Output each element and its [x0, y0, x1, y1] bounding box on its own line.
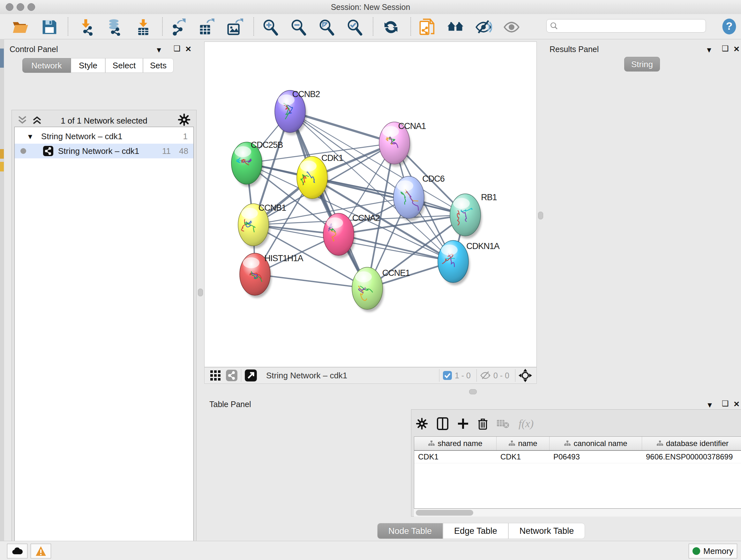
- table-panel-close-button[interactable]: ✕: [733, 400, 740, 409]
- delete-column-trash-icon[interactable]: [478, 418, 488, 430]
- show-columns-icon[interactable]: [437, 417, 448, 430]
- help-icon[interactable]: ?: [721, 18, 738, 35]
- right-splitter-handle[interactable]: [538, 212, 543, 219]
- cell[interactable]: CDK1: [414, 451, 496, 463]
- results-panel-close-button[interactable]: ✕: [733, 45, 740, 54]
- network-label: String Network – cdk1: [58, 146, 139, 156]
- hidden-eye-icon[interactable]: [480, 371, 491, 380]
- search-field[interactable]: [546, 19, 706, 33]
- node-label-CCNA1: CCNA1: [398, 121, 426, 131]
- warnings-button[interactable]: [30, 544, 51, 558]
- network-options-gear-icon[interactable]: [178, 113, 191, 126]
- network-collection-row[interactable]: ▾ String Network – cdk1 1: [15, 129, 193, 144]
- tab-node-table[interactable]: Node Table: [377, 523, 443, 539]
- import-table-file-icon[interactable]: [135, 18, 152, 36]
- tab-style[interactable]: Style: [71, 58, 105, 73]
- node-label-CDC25B: CDC25B: [251, 140, 283, 150]
- results-panel-float-button[interactable]: ❑: [722, 44, 729, 53]
- import-network-file-icon[interactable]: [78, 18, 95, 36]
- cloud-icon: [11, 547, 23, 556]
- selected-checkbox-icon[interactable]: [443, 371, 452, 380]
- edge-CCNA2-CDKN1A[interactable]: [339, 234, 453, 261]
- network-panel-body: 1 of 1 Network selected ▾ String Network…: [11, 110, 197, 560]
- tab-sets[interactable]: Sets: [143, 58, 174, 73]
- control-panel-menu-button[interactable]: ▾: [157, 45, 161, 54]
- control-panel-float-button[interactable]: ❑: [174, 44, 181, 53]
- network-graph[interactable]: CCNB2CCNA1CDC25BCDK1CDC6RB1CCNB1CCNA2CDK…: [205, 42, 536, 367]
- memory-button[interactable]: Memory: [689, 544, 737, 558]
- memory-status-dot: [692, 547, 700, 555]
- horizontal-splitter-handle[interactable]: [469, 389, 477, 394]
- node-label-HIST1H1A: HIST1H1A: [264, 253, 303, 263]
- tab-string[interactable]: String: [624, 57, 660, 71]
- main-toolbar: ?: [0, 14, 741, 39]
- zoom-in-icon[interactable]: [262, 18, 279, 36]
- node-table[interactable]: shared namenamecanonical namedatabase id…: [414, 436, 741, 509]
- delete-table-icon[interactable]: [497, 419, 510, 429]
- table-horizontal-scrollbar[interactable]: [414, 509, 741, 516]
- cell[interactable]: 9606.ENSP00000378699: [642, 451, 741, 463]
- toolbar-separator: [476, 369, 477, 382]
- node-label-CDK1: CDK1: [321, 153, 343, 163]
- save-session-icon[interactable]: [41, 18, 58, 36]
- column-header-canonical-name[interactable]: canonical name: [549, 437, 642, 450]
- zoom-fit-icon[interactable]: [318, 18, 335, 36]
- column-header-name[interactable]: name: [496, 437, 549, 450]
- duplicate-network-icon[interactable]: [419, 18, 436, 36]
- zoom-selected-icon[interactable]: [346, 18, 363, 36]
- hide-unhide-icon[interactable]: [475, 18, 492, 36]
- left-splitter-handle[interactable]: [198, 289, 203, 296]
- network-node-CDKN1A[interactable]: [438, 240, 470, 285]
- tab-edge-table[interactable]: Edge Table: [443, 523, 509, 539]
- tab-network-table[interactable]: Network Table: [509, 523, 585, 539]
- fit-selected-crosshair-icon[interactable]: [519, 369, 532, 382]
- results-panel-menu-button[interactable]: ▾: [707, 45, 711, 54]
- zoom-out-icon[interactable]: [290, 18, 307, 36]
- column-header-database-identifier[interactable]: database identifier: [642, 437, 741, 450]
- network-node-RB1[interactable]: [450, 194, 482, 239]
- table-row[interactable]: CDK1CDK1P064939606.ENSP00000378699cyclin…: [414, 451, 741, 463]
- create-column-plus-icon[interactable]: [457, 418, 469, 429]
- edge-HIST1H1A-CCNE1[interactable]: [255, 274, 367, 288]
- grid-view-icon[interactable]: [210, 370, 221, 381]
- import-network-database-icon[interactable]: [106, 18, 123, 36]
- collection-expand-arrow-icon[interactable]: ▾: [28, 132, 32, 141]
- cell[interactable]: P06493: [549, 451, 642, 463]
- network-row[interactable]: String Network – cdk1 11 48: [15, 144, 193, 159]
- tab-network[interactable]: Network: [22, 58, 71, 73]
- refresh-icon[interactable]: [382, 18, 400, 36]
- column-tree-icon: [657, 440, 664, 447]
- network-node-CCNE1[interactable]: [352, 267, 384, 312]
- table-options-gear-icon[interactable]: [416, 418, 428, 430]
- control-panel-tabs: Network Style Select Sets: [22, 58, 174, 73]
- column-header-shared-name[interactable]: shared name: [414, 437, 496, 450]
- function-builder-icon[interactable]: f(x): [519, 418, 534, 430]
- network-status-dot-icon: [20, 148, 26, 154]
- export-network-icon[interactable]: [170, 18, 187, 36]
- open-session-icon[interactable]: [11, 18, 29, 36]
- string-home-icon[interactable]: [447, 18, 464, 36]
- network-selection-summary: 1 of 1 Network selected: [12, 116, 196, 126]
- search-input[interactable]: [558, 21, 705, 30]
- window-title: Session: New Session: [0, 3, 741, 12]
- export-image-icon[interactable]: [226, 18, 243, 36]
- cell[interactable]: CDK1: [496, 451, 549, 463]
- table-panel-float-button[interactable]: ❑: [722, 399, 729, 408]
- column-tree-icon: [564, 440, 571, 447]
- network-canvas[interactable]: CCNB2CCNA1CDC25BCDK1CDC6RB1CCNB1CCNA2CDK…: [204, 42, 537, 367]
- network-share-view-icon[interactable]: [226, 369, 238, 381]
- cloud-status-button[interactable]: [7, 544, 27, 558]
- tab-select[interactable]: Select: [105, 58, 143, 73]
- scrollbar-thumb[interactable]: [416, 510, 473, 516]
- background-window-sliver: [0, 39, 4, 541]
- background-chip: [0, 49, 4, 68]
- show-hide-panel-eye-icon[interactable]: [503, 18, 520, 36]
- birdseye-view-icon[interactable]: [245, 369, 257, 382]
- control-panel-close-button[interactable]: ✕: [185, 45, 192, 54]
- network-view-toolbar: String Network – cdk1 1 - 0 0 - 0: [204, 367, 537, 384]
- export-table-icon[interactable]: [198, 18, 215, 36]
- table-panel: Table Panel ▾ ❑ ✕ f(x) shared namenameca…: [204, 396, 741, 541]
- network-node-CDC6[interactable]: [394, 176, 425, 221]
- table-panel-menu-button[interactable]: ▾: [708, 400, 712, 409]
- toolbar-separator: [410, 17, 411, 36]
